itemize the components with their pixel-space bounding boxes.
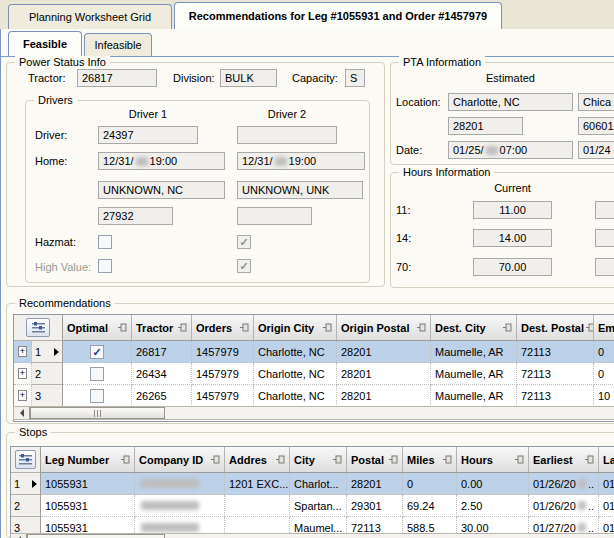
leg-number-cell[interactable]: 1055931 [41,495,135,517]
recommendation-row-1[interactable]: + 1 26817 1457979 Charlotte, NC 28201 Ma… [14,341,614,363]
row-selector[interactable]: 3 [32,385,63,407]
driver1-location-field[interactable]: UNKNOWN, NC [98,181,225,199]
orders-cell[interactable]: 1457979 [192,341,254,363]
origin-postal-cell[interactable]: 28201 [337,385,431,407]
optimal-cell[interactable] [63,385,132,407]
company-id-cell[interactable] [135,495,225,517]
hours-70-field[interactable]: 70.00 [473,258,552,276]
column-header-empty[interactable]: Em [594,315,614,341]
column-header-company-id[interactable]: Company ID [135,447,225,473]
stops-hscrollbar[interactable] [10,533,614,538]
company-id-cell[interactable] [135,473,225,495]
latest-cell[interactable]: 01/2 [599,473,614,495]
tractor-field[interactable]: 26817 [77,69,157,87]
hours-11-field2[interactable] [595,201,614,219]
optimal-cell[interactable] [63,363,132,385]
expand-icon[interactable]: + [18,368,27,379]
empty-cell[interactable]: 10 [594,385,614,407]
hours-70-field2[interactable] [595,258,614,276]
dest-city-cell[interactable]: Maumelle, AR [431,385,517,407]
tab-recommendations[interactable]: Recommendations for Leg #1055931 and Ord… [174,2,502,29]
column-header-orders[interactable]: Orders [192,315,254,341]
grid-settings-cell[interactable] [14,315,63,341]
column-header-tractor[interactable]: Tractor [132,315,192,341]
scrollbar-thumb[interactable] [27,534,165,538]
tractor-cell[interactable]: 26817 [132,341,192,363]
division-field[interactable]: BULK [220,69,277,87]
high-value-driver2-checkbox[interactable] [237,259,251,273]
column-header-latest[interactable]: Late [599,447,614,473]
dest-postal-cell[interactable]: 72113 [517,385,594,407]
scroll-left-button[interactable] [14,407,30,419]
column-header-origin-city[interactable]: Origin City [254,315,337,341]
origin-city-cell[interactable]: Charlotte, NC [254,363,337,385]
postal-cell[interactable]: 28201 [347,473,403,495]
city-cell[interactable]: Spartan... [290,495,347,517]
city-cell[interactable]: Charlot... [290,473,347,495]
postal-cell[interactable]: 29301 [347,495,403,517]
row-selector[interactable]: 1 [11,473,41,495]
driver2-field[interactable] [237,126,337,144]
hazmat-driver1-checkbox[interactable] [98,235,112,249]
origin-city-cell[interactable]: Charlotte, NC [254,341,337,363]
stop-row-2[interactable]: 2 1055931 Spartan... 29301 69.24 2.50 01… [11,495,614,517]
row-selector[interactable]: 1 [32,341,63,363]
pta-location2-field[interactable]: Chica [578,93,614,111]
hours-cell[interactable]: 2.50 [457,495,529,517]
column-header-address[interactable]: Addres [225,447,290,473]
optimal-checkbox[interactable] [90,367,104,381]
pta-date2-field[interactable]: 01/24 [578,141,614,159]
recommendation-row-3[interactable]: + 3 26265 1457979 Charlotte, NC 28201 Ma… [14,385,614,407]
tab-planning-worksheet-grid[interactable]: Planning Worksheet Grid [8,4,172,29]
leg-number-cell[interactable]: 1055931 [41,473,135,495]
expand-cell[interactable]: + [14,341,32,363]
stop-row-1[interactable]: 1 1055931 1201 EXC... Charlot... 28201 0… [11,473,614,495]
driver2-postal-field[interactable] [237,207,312,225]
origin-city-cell[interactable]: Charlotte, NC [254,385,337,407]
pta-postal2-field[interactable]: 60601 [578,117,614,135]
origin-postal-cell[interactable]: 28201 [337,363,431,385]
driver1-field[interactable]: 24397 [98,126,198,144]
optimal-checkbox[interactable] [90,345,104,359]
orders-cell[interactable]: 1457979 [192,363,254,385]
tractor-cell[interactable]: 26434 [132,363,192,385]
column-header-dest-postal[interactable]: Dest. Postal [517,315,594,341]
earliest-cell[interactable]: 01/26/20.. [529,473,599,495]
column-header-postal[interactable]: Postal [347,447,403,473]
origin-postal-cell[interactable]: 28201 [337,341,431,363]
hours-11-field[interactable]: 11.00 [473,201,552,219]
miles-cell[interactable]: 69.24 [403,495,457,517]
miles-cell[interactable]: 0 [403,473,457,495]
address-cell[interactable]: 1201 EXC... [225,473,290,495]
recommendation-row-2[interactable]: + 2 26434 1457979 Charlotte, NC 28201 Ma… [14,363,614,385]
column-header-earliest[interactable]: Earliest [529,447,599,473]
orders-cell[interactable]: 1457979 [192,385,254,407]
expand-cell[interactable]: + [14,385,32,407]
column-header-optimal[interactable]: Optimal [63,315,132,341]
driver1-postal-field[interactable]: 27932 [98,207,173,225]
optimal-cell[interactable] [63,341,132,363]
column-chooser-icon[interactable] [26,318,50,337]
pta-location1-field[interactable]: Charlotte, NC [448,93,573,111]
expand-icon[interactable]: + [18,390,27,401]
hazmat-driver2-checkbox[interactable] [237,235,251,249]
dest-city-cell[interactable]: Maumelle, AR [431,341,517,363]
driver1-home-field[interactable]: 12/31/19:00 [98,152,225,170]
scrollbar-thumb[interactable] [30,407,165,419]
column-header-city[interactable]: City [290,447,347,473]
dest-postal-cell[interactable]: 72113 [517,341,594,363]
optimal-checkbox[interactable] [90,389,104,403]
hours-cell[interactable]: 0.00 [457,473,529,495]
recommendations-hscrollbar[interactable] [13,406,614,420]
row-selector[interactable]: 2 [32,363,63,385]
tab-infeasible[interactable]: Infeasible [84,33,152,56]
scroll-left-button[interactable] [11,534,27,538]
column-header-miles[interactable]: Miles [403,447,457,473]
column-header-origin-postal[interactable]: Origin Postal [337,315,431,341]
grid-settings-cell[interactable] [11,447,41,473]
driver2-home-field[interactable]: 12/31/19:00 [237,152,365,170]
empty-cell[interactable]: 0 [594,341,614,363]
capacity-field[interactable]: S [345,69,365,87]
dest-city-cell[interactable]: Maumelle, AR [431,363,517,385]
tab-feasible[interactable]: Feasible [8,31,82,56]
